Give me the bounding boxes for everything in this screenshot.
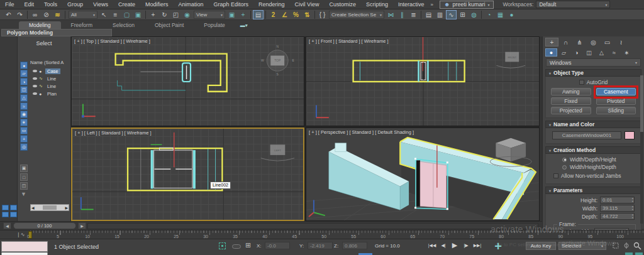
parameters-header[interactable]: ▾ Parameters <box>545 187 641 194</box>
menu-item-tools[interactable]: Tools <box>39 0 62 9</box>
helpers-category-icon[interactable]: △ <box>596 48 608 57</box>
display-helpers-icon[interactable]: △ <box>20 94 28 102</box>
rectangular-selection-region-icon[interactable]: ▢ <box>121 10 132 19</box>
filter-funnel-icon[interactable]: ▼ <box>21 191 26 197</box>
menu-item-rendering[interactable]: Rendering <box>253 0 290 9</box>
object-type-button-fixed[interactable]: Fixed <box>551 97 591 105</box>
curve-editor-icon[interactable]: ∿ <box>446 10 457 19</box>
shapes-category-icon[interactable]: ▱ <box>558 48 570 57</box>
select-by-name-icon[interactable]: ≡ <box>110 10 121 19</box>
object-type-button-awning[interactable]: Awning <box>551 88 591 95</box>
spinner-field[interactable]: 39.115 ▴▾ <box>600 205 635 212</box>
zoom-icon[interactable] <box>633 241 641 250</box>
menu-item-create[interactable]: Create <box>113 0 140 9</box>
object-name-input[interactable]: CasementWindow001 <box>552 131 621 139</box>
lights-category-icon[interactable]: ◑ <box>570 48 582 57</box>
display-materials-icon[interactable]: ◎ <box>20 143 28 151</box>
maxscript-mini-listener[interactable] <box>1 241 48 252</box>
named-selection-sets-icon[interactable]: { } <box>317 10 328 19</box>
scroll-right-icon[interactable]: ▶ <box>65 205 68 210</box>
select-and-scale-icon[interactable]: ◰ <box>170 10 181 19</box>
menu-item-group[interactable]: Group <box>62 0 88 9</box>
render-production-icon[interactable]: ● <box>506 10 517 19</box>
scrollbar-thumb[interactable] <box>43 205 57 210</box>
menu-item-animation[interactable]: Animation <box>173 0 208 9</box>
explorer-row-casement[interactable]: ● Case <box>30 67 69 75</box>
menu-item-customize[interactable]: Customize <box>324 0 361 9</box>
selection-filter-select[interactable]: All ▾ <box>69 11 97 19</box>
workspaces-select[interactable]: Default ▾ <box>536 1 610 8</box>
previous-frame-arrow-icon[interactable]: ◀ <box>3 222 11 229</box>
ribbon-tab-freeform[interactable]: Freeform <box>61 21 103 29</box>
viewport-layout-tabs[interactable] <box>2 205 17 217</box>
object-type-button-casement[interactable]: Casement <box>596 88 636 95</box>
object-type-button-projected[interactable]: Projected <box>551 107 591 114</box>
display-shapes-icon[interactable]: ▱ <box>20 70 28 77</box>
render-setup-icon[interactable]: ◔ <box>484 10 494 19</box>
undo-icon[interactable]: ↶ <box>3 10 14 19</box>
menu-item-interactive[interactable]: Interactive <box>393 0 430 9</box>
layer-manager-icon[interactable]: ≣ <box>408 10 419 19</box>
mirror-icon[interactable]: ⋈ <box>386 10 396 19</box>
display-xrefs-icon[interactable]: ∗ <box>20 119 28 126</box>
user-account-menu[interactable]: ☻ preeti kumari ▾ <box>440 1 494 9</box>
named-selection-set-select[interactable]: Create Selection Se ▾ <box>329 11 384 19</box>
spinner-arrows-icon[interactable]: ▴▾ <box>632 197 634 203</box>
ribbon-tab-selection[interactable]: Selection <box>103 21 145 29</box>
creation-method-header[interactable]: ▾ Creation Method <box>545 146 641 154</box>
display-space-warps-icon[interactable]: ≈ <box>20 102 28 110</box>
time-slider[interactable]: 0 / 100 <box>13 222 76 229</box>
nav-icon-clipped[interactable] <box>635 252 643 255</box>
unlink-selection-icon[interactable]: ⊘ <box>41 10 52 19</box>
spinner-field[interactable]: 0.01 ▴▾ <box>600 197 635 203</box>
display-geometry-icon[interactable]: ● <box>20 62 28 69</box>
creation-method-option-width-depth-height[interactable]: Width/Depth/Height <box>546 156 641 163</box>
select-and-rotate-icon[interactable]: ↻ <box>159 10 170 19</box>
redo-icon[interactable]: ↷ <box>14 10 25 19</box>
creation-method-option-width-height-depth[interactable]: Width/Height/Depth <box>546 163 641 171</box>
display-cameras-icon[interactable]: ◫ <box>20 86 28 94</box>
ribbon-tab-modeling[interactable]: Modeling <box>19 21 61 29</box>
visibility-eye-icon[interactable] <box>33 77 37 80</box>
ribbon-tab-populate[interactable]: Populate <box>194 21 235 29</box>
autogrid-checkbox[interactable]: AutoGrid <box>546 79 641 85</box>
maximize-viewport-toggle-icon[interactable] <box>625 252 633 255</box>
selection-lock-toggle-icon[interactable] <box>232 244 241 249</box>
track-bar[interactable]: ❘∿ 0510152025303540455055606570758085909… <box>0 230 644 239</box>
visibility-eye-icon[interactable] <box>33 85 37 87</box>
reference-coordinate-select[interactable]: View ▾ <box>194 11 225 19</box>
name-and-color-header[interactable]: ▾ Name and Color <box>545 121 641 128</box>
display-groups-icon[interactable]: ◉ <box>20 111 28 118</box>
window-crossing-icon[interactable]: ▣ <box>133 10 143 19</box>
explorer-name-column-header[interactable]: Name (Sorted A <box>30 60 69 65</box>
previous-frame-icon[interactable]: ◀| <box>439 241 448 249</box>
modify-tab-icon[interactable]: ∩ <box>559 38 572 46</box>
viewport-top[interactable]: [ + ] [ Top ] [ Standard ] [ Wireframe ]… <box>71 36 304 126</box>
x-coordinate-field[interactable]: -0.0 <box>265 242 290 249</box>
next-frame-arrow-icon[interactable]: ▶ <box>78 222 86 229</box>
display-tab-icon[interactable]: ▭ <box>601 38 614 46</box>
object-type-button-sliding[interactable]: Sliding <box>596 107 636 114</box>
menu-item-file[interactable]: File <box>0 0 19 9</box>
viewport-perspective-label[interactable]: [ + ] [ Perspective ] [ Standard ] [ Def… <box>309 129 414 135</box>
viewport-front-label[interactable]: [ + ] [ Front ] [ Standard ] [ Wireframe… <box>309 38 389 44</box>
select-and-move-icon[interactable]: + <box>148 10 158 19</box>
spinner-arrows-icon[interactable]: ▴▾ <box>632 205 634 211</box>
viewport-perspective[interactable]: [ + ] [ Perspective ] [ Standard ] [ Def… <box>306 127 540 221</box>
viewport-left-label[interactable]: [ + ] [ Left ] [ Standard ] [ Wireframe … <box>75 130 152 136</box>
utilities-tab-icon[interactable]: ≀ <box>614 38 628 46</box>
spinner-snap-icon[interactable]: ⇅ <box>302 10 313 19</box>
explorer-row-plane[interactable]: ● Plan <box>30 90 69 97</box>
pan-view-icon[interactable] <box>622 241 631 250</box>
viewport-top-label[interactable]: [ + ] [ Top ] [ Standard ] [ Wireframe ] <box>74 38 150 44</box>
explorer-tool-1-icon[interactable]: ▣ <box>20 165 28 172</box>
cameras-category-icon[interactable]: ◫ <box>583 48 595 57</box>
play-icon[interactable]: ▶ <box>450 241 459 249</box>
use-pivot-point-icon[interactable]: ▣ <box>226 10 237 19</box>
select-and-link-icon[interactable]: ∞ <box>30 10 40 19</box>
subcategory-select[interactable]: Windows ▾ <box>546 58 641 67</box>
select-and-place-icon[interactable]: ◉ <box>182 10 192 19</box>
rendered-frame-icon[interactable]: ▦ <box>495 10 506 19</box>
spinner-arrows-icon[interactable]: ▴▾ <box>632 214 634 219</box>
percent-snap-icon[interactable]: % <box>291 10 301 19</box>
